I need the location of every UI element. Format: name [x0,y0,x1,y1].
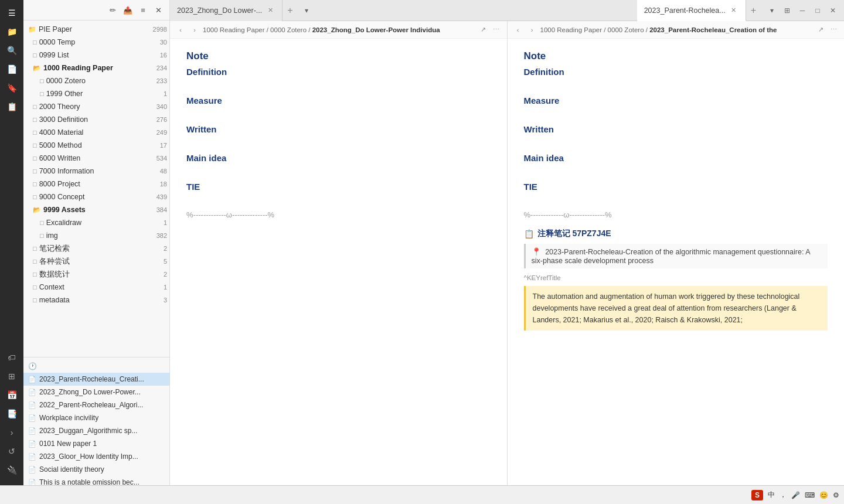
sidebar-item-8000-project[interactable]: □ 8000 Project 18 [23,178,169,190]
recent-item-social[interactable]: 📄 Social identity theory [23,463,169,476]
sidebar-item-0000-zotero[interactable]: □ 0000 Zotero 233 [23,74,169,87]
maximize-icon[interactable]: □ [811,4,824,17]
sidebar-item-9000-concept[interactable]: □ 9000 Concept 439 [23,190,169,203]
folder-icon: □ [33,52,37,59]
doc-icon: 📄 [28,401,36,409]
tab-dropdown-icon[interactable]: ▾ [300,4,313,17]
arrow-right-icon[interactable]: › [2,424,21,441]
ime-keyboard-icon[interactable]: ⌨ [805,491,815,499]
left-note-heading: Note [186,50,491,62]
highlight-text: The automation and augmentation of human… [533,292,800,324]
sidebar-item-context[interactable]: □ Context 1 [23,281,169,294]
sidebar-item-1000-reading[interactable]: 📂 1000 Reading Paper 234 [23,62,169,74]
recent-item-parent-rocheleau-2[interactable]: 📄 2022_Parent-Rocheleau_Algori... [23,399,169,411]
undo-icon[interactable]: ↺ [2,443,21,459]
ime-mic-icon[interactable]: 🎤 [791,491,800,499]
calendar-icon[interactable]: 📅 [2,387,21,403]
sidebar-item-biji[interactable]: □ 笔记检索 2 [23,242,169,255]
recent-item-gloor[interactable]: 📄 2023_Gloor_How Identity Imp... [23,450,169,463]
sidebar-item-3000-definition[interactable]: □ 3000 Definition 276 [23,113,169,126]
recent-item-zhong-do[interactable]: 📄 2023_Zhong_Do Lower-Power... [23,386,169,399]
right-nav-forward[interactable]: › [526,24,538,36]
left-pane-header: ‹ › 1000 Reading Paper / 0000 Zotero / 2… [170,21,507,39]
left-note-written-section: Written [186,124,491,134]
ime-settings-icon[interactable]: ⚙ [833,491,839,499]
left-more-options-icon[interactable]: ⋯ [491,24,502,36]
right-note-measure-section: Measure [524,96,828,105]
sidebar-item-excalidraw[interactable]: □ Excalidraw 1 [23,216,169,229]
plugin-icon[interactable]: 🔌 [2,462,21,478]
edit-button[interactable]: ✏ [106,4,119,16]
tag-icon[interactable]: 🏷 [2,349,21,366]
left-nav-back[interactable]: ‹ [175,24,186,36]
tab-add-left[interactable]: + [283,0,297,21]
sort-button[interactable]: ≡ [137,4,149,16]
right-nav-back[interactable]: ‹ [512,24,524,36]
left-external-link-icon[interactable]: ↗ [478,24,489,36]
ime-lang[interactable]: 中 [768,490,775,500]
tab-label-zhong-do: 2023_Zhong_Do Lower-... [177,6,262,15]
sidebar-toolbar: ✏ 📤 ≡ ✕ [23,0,169,21]
ime-punct[interactable]: ， [780,490,787,500]
sidebar-item-shuju[interactable]: □ 数据统计 2 [23,268,169,281]
sidebar-item-0999-list[interactable]: □ 0999 List 16 [23,49,169,62]
sidebar-item-gechong[interactable]: □ 各种尝试 5 [23,255,169,268]
right-note-measure: Measure [524,96,828,105]
folder-icon: □ [33,193,37,200]
sidebar-item-1999-other[interactable]: □ 1999 Other 1 [23,87,169,100]
right-note-mainidea-section: Main idea [524,153,828,163]
tab-parent-rocheleau[interactable]: 2023_Parent-Rochelea... ✕ [637,0,746,21]
left-divider: %-------------ω--------------% [186,210,491,219]
right-note-heading: Note [524,50,828,62]
tab-zhong-do[interactable]: 2023_Zhong_Do Lower-... ✕ [170,0,283,21]
sidebar-item-2000-theory[interactable]: □ 2000 Theory 340 [23,100,169,113]
sidebar-item-4000-material[interactable]: □ 4000 Material 249 [23,126,169,139]
close-sidebar-button[interactable]: ✕ [152,4,165,16]
panes: ‹ › 1000 Reading Paper / 0000 Zotero / 2… [170,21,844,504]
recent-item-workplace[interactable]: 📄 Workplace incivility [23,411,169,424]
tab-add-right[interactable]: + [746,0,761,21]
tab-close-parent-rocheleau[interactable]: ✕ [729,6,738,15]
left-nav-forward[interactable]: › [189,24,200,36]
grid-icon[interactable]: ⊞ [2,368,21,384]
sidebar-item-metadata[interactable]: □ metadata 3 [23,294,169,307]
sidebar-item-pie-paper[interactable]: 📁 PIE Paper 2998 [23,23,169,36]
hamburger-icon[interactable]: ☰ [2,5,21,21]
minimize-icon[interactable]: ─ [796,4,809,17]
sidebar-item-5000-method[interactable]: □ 5000 Method 17 [23,139,169,152]
copy-icon[interactable]: 📑 [2,406,21,422]
sidebar-item-img[interactable]: □ img 382 [23,229,169,242]
ime-emoji-icon[interactable]: 😊 [819,491,828,499]
right-external-link-icon[interactable]: ↗ [815,24,826,36]
bookmark-icon[interactable]: 🔖 [2,80,21,96]
folder-icon: □ [40,219,44,226]
template-icon[interactable]: 📋 [2,98,21,115]
tab-close-zhong-do[interactable]: ✕ [266,6,275,15]
recent-item-new-paper[interactable]: 📄 0101 New paper 1 [23,437,169,450]
document-icon[interactable]: 📄 [2,61,21,77]
doc-icon: 📄 [28,376,36,383]
right-annotation: 📋 注释笔记 57PZ7J4E 📍 2023-Parent-Rocheleau-… [524,229,828,331]
folder-nav-icon[interactable]: 📁 [2,23,21,40]
right-note-content[interactable]: Note Definition Measure Written Main ide… [508,39,845,504]
right-more-options-icon[interactable]: ⋯ [828,24,839,36]
right-pane-header: ‹ › 1000 Reading Paper / 0000 Zotero / 2… [508,21,845,39]
recent-item-duggan[interactable]: 📄 2023_Duggan_Algorithmic sp... [23,424,169,437]
sidebar-item-7000-information[interactable]: □ 7000 Information 48 [23,165,169,178]
recent-item-parent-rocheleau-1[interactable]: 📄 2023_Parent-Rocheleau_Creati... [23,373,169,386]
main-content: 2023_Zhong_Do Lower-... ✕ + ▾ 2023_Paren… [170,0,844,504]
close-window-icon[interactable]: ✕ [826,4,839,17]
split-view-icon[interactable]: ⊞ [781,4,794,17]
right-note-written: Written [524,124,828,134]
folder-icon: □ [33,116,37,123]
right-divider: %-------------ω--------------% [524,210,828,219]
folder-icon: □ [33,271,37,278]
export-button[interactable]: 📤 [121,4,134,16]
search-icon[interactable]: 🔍 [2,42,21,59]
sidebar-item-6000-written[interactable]: □ 6000 Written 534 [23,152,169,165]
sidebar-item-0000-temp[interactable]: □ 0000 Temp 30 [23,36,169,49]
sidebar-item-9999-assets[interactable]: 📂 9999 Assets 384 [23,203,169,216]
tab-dropdown-right-icon[interactable]: ▾ [765,4,778,17]
left-note-measure: Measure [186,96,491,105]
left-note-written: Written [186,124,491,134]
